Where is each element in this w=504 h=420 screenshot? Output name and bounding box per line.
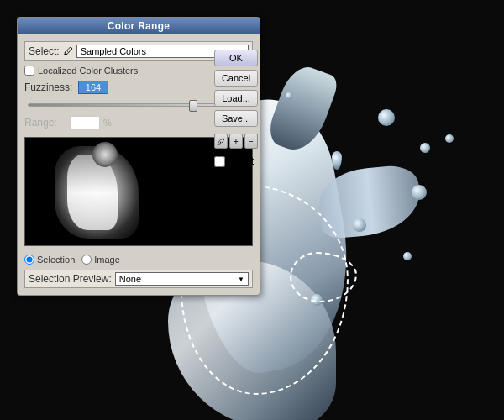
selection-radio-label: Selection: [37, 255, 75, 265]
image-radio[interactable]: [81, 255, 92, 265]
localized-clusters-checkbox[interactable]: [24, 66, 34, 76]
ok-button[interactable]: OK: [214, 50, 258, 66]
localized-clusters-label: Localized Color Clusters: [38, 66, 138, 76]
radio-row: Selection Image: [24, 253, 253, 266]
fuzziness-label: Fuzziness:: [24, 81, 75, 93]
select-label: Select:: [29, 45, 60, 57]
selection-preview-dropdown[interactable]: None ▼: [115, 272, 249, 286]
dialog-title: Color Range: [18, 18, 260, 34]
eyedropper-add-tool-button[interactable]: +: [229, 134, 243, 149]
eyedropper-tool-button[interactable]: 🖊: [214, 134, 228, 149]
range-input[interactable]: [70, 116, 100, 129]
range-percent: %: [103, 118, 112, 128]
cancel-button[interactable]: Cancel: [214, 70, 258, 87]
eyedropper-icon: 🖊: [63, 45, 73, 57]
image-radio-option: Image: [81, 255, 120, 265]
save-button[interactable]: Save...: [214, 110, 258, 127]
invert-checkbox[interactable]: [214, 156, 225, 167]
invert-label: Invert: [228, 155, 254, 167]
fuzziness-input[interactable]: [78, 81, 108, 94]
preview-dropdown-arrow-icon: ▼: [238, 276, 244, 283]
range-label: Range:: [24, 117, 66, 129]
load-button[interactable]: Load...: [214, 90, 258, 107]
eyedropper-remove-tool-button[interactable]: −: [244, 134, 258, 149]
color-range-dialog: Color Range Select: 🖊 Sampled Colors ▼ L…: [17, 17, 260, 296]
selection-radio-option: Selection: [24, 255, 75, 265]
fuzziness-slider-thumb[interactable]: [189, 100, 197, 112]
eyedropper-tools: 🖊 + −: [214, 134, 258, 149]
invert-row: Invert: [214, 155, 258, 167]
selection-preview-value: None: [119, 274, 141, 284]
right-panel: OK Cancel Load... Save... 🖊 + − Invert: [214, 50, 258, 167]
title-text: Color Range: [108, 20, 171, 32]
selection-radio[interactable]: [24, 255, 34, 265]
image-radio-label: Image: [94, 255, 120, 265]
selection-preview-label: Selection Preview:: [29, 273, 112, 285]
select-value: Sampled Colors: [81, 46, 146, 56]
selection-preview-row: Selection Preview: None ▼: [24, 270, 253, 288]
